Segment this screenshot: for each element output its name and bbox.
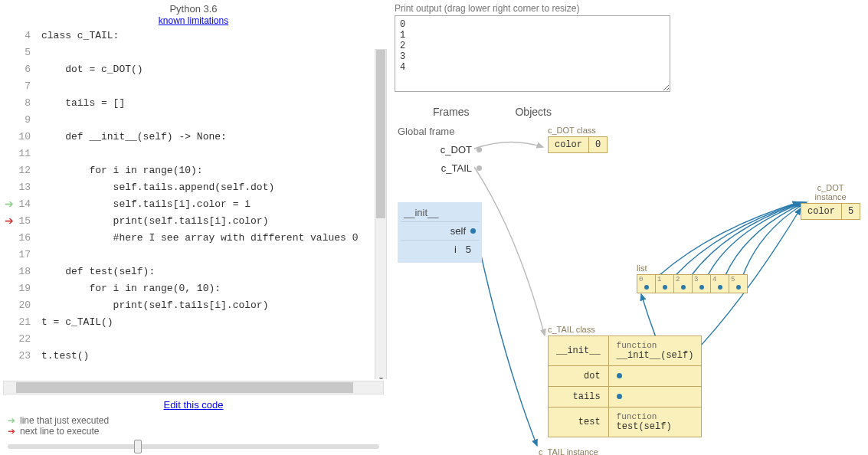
global-frame: Global frame c_DOT c_TAIL [398, 126, 482, 177]
edit-code-link[interactable]: Edit this code [0, 396, 387, 414]
pointer-dot-icon [477, 165, 482, 171]
global-var-ctail: c_TAIL [398, 159, 482, 177]
cdot-class-box: c_DOT class color0 [548, 126, 608, 153]
legend-green-arrow-icon: ➔ [8, 415, 15, 426]
global-var-cdot: c_DOT [398, 140, 482, 159]
objects-header: Objects [515, 106, 551, 118]
ctail-instance-label: c_TAIL instance [539, 447, 598, 455]
legend: ➔line that just executed ➔next line to e… [0, 414, 387, 438]
list-box: list 012345 [637, 264, 748, 293]
line-numbers: 4567891011121314151617181920212223 [0, 28, 35, 365]
hscroll-thumb[interactable] [16, 382, 353, 393]
legend-executed: line that just executed [20, 415, 109, 426]
cdot-instance-box: c_DOT instance color5 [801, 183, 860, 220]
legend-red-arrow-icon: ➔ [8, 426, 15, 437]
frames-header: Frames [433, 106, 469, 118]
code-header: Python 3.6 known limitations [0, 0, 387, 28]
slider-thumb[interactable] [134, 440, 142, 453]
viz-area: Global frame c_DOT c_TAIL __init__ self … [395, 126, 854, 455]
known-limitations-link[interactable]: known limitations [159, 15, 228, 26]
ctail-class-box: c_TAIL class __init__function__init__(se… [548, 325, 702, 437]
code-area: ▴ ▾ ➔ ➔ 45678910111213141516171819202122… [0, 28, 387, 379]
legend-next: next line to execute [20, 426, 99, 437]
pointer-dot-icon [470, 228, 476, 234]
frames-objects-headers: Frames Objects [433, 106, 860, 118]
pointer-dot-icon [477, 147, 482, 152]
step-slider[interactable] [8, 444, 379, 449]
visualization-panel: Print output (drag lower right corner to… [387, 0, 868, 455]
output-label: Print output (drag lower right corner to… [395, 0, 860, 15]
init-frame: __init__ self i5 [398, 202, 482, 263]
init-i: i5 [401, 240, 479, 258]
init-frame-title: __init__ [401, 207, 479, 218]
init-self: self [401, 221, 479, 240]
code-panel: Python 3.6 known limitations ▴ ▾ ➔ ➔ 456… [0, 0, 387, 455]
output-box[interactable]: 0 1 2 3 4 [395, 15, 670, 92]
code-lines[interactable]: class c_TAIL: dot = c_DOT() tails = [] d… [41, 28, 387, 365]
python-version: Python 3.6 [0, 3, 387, 15]
horizontal-scrollbar[interactable] [3, 381, 384, 394]
global-frame-title: Global frame [398, 126, 482, 137]
